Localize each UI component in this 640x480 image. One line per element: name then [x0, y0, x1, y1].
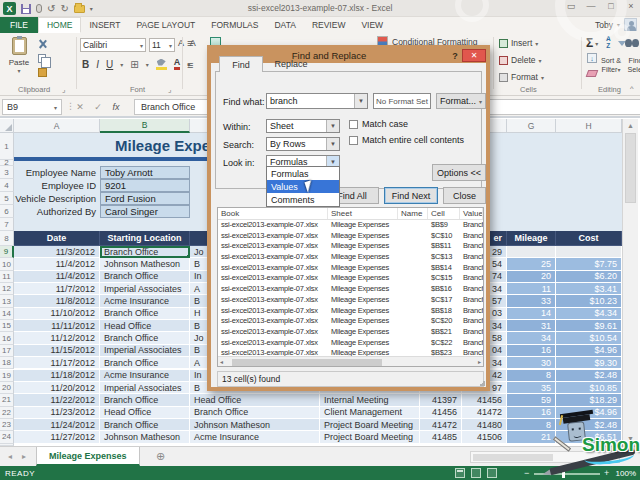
cell-date[interactable]: 11/15/2012	[14, 345, 100, 357]
result-row[interactable]: ssi-excel2013-example-07.xlsxMileage Exp…	[218, 231, 483, 242]
format-button[interactable]: Format... ▾	[436, 93, 486, 109]
sheet-nav-right-icon[interactable]: ▸	[22, 452, 26, 461]
autosum-button[interactable]: Σ ▾	[586, 36, 598, 50]
match-entire-checkbox[interactable]: Match entire cell contents	[349, 135, 464, 145]
paste-button[interactable]: Paste ▾	[6, 37, 32, 85]
scroll-up-icon[interactable]: ▲	[623, 119, 638, 132]
horizontal-scroll-thumb[interactable]	[473, 454, 553, 461]
cell-start-location[interactable]: Acme Insurance	[100, 370, 190, 382]
result-row[interactable]: ssi-excel2013-example-07.xlsxMileage Exp…	[218, 338, 483, 349]
cell-mileage[interactable]: 11	[507, 283, 556, 295]
minimize-button[interactable]: —	[584, 1, 598, 11]
cell-date[interactable]: 11/3/2012	[14, 246, 100, 258]
row-header-24[interactable]: 24	[0, 431, 14, 443]
close-button[interactable]: ×	[624, 1, 638, 11]
fill-color-icon[interactable]	[156, 59, 167, 70]
scroll-left-icon[interactable]: ◂	[220, 357, 223, 367]
horizontal-scrollbar[interactable]	[470, 451, 620, 463]
row-header-13[interactable]: 13	[0, 295, 14, 307]
italic-button[interactable]: I	[96, 59, 99, 70]
sort-filter-button[interactable]: Sort & Filter▾	[596, 56, 626, 75]
cell-date[interactable]: 11/7/2012	[14, 283, 100, 295]
row-header-22[interactable]: 22	[0, 407, 14, 419]
user-name[interactable]: Toby	[595, 20, 613, 30]
font-size-select[interactable]: 11 ▾	[149, 38, 175, 52]
tab-data[interactable]: DATA	[266, 17, 303, 33]
cell-mileage[interactable]: 14	[507, 308, 556, 320]
options-button[interactable]: Options <<	[432, 164, 486, 181]
result-row[interactable]: ssi-excel2013-example-07.xlsxMileage Exp…	[218, 306, 483, 317]
tab-replace[interactable]: Replace	[265, 56, 317, 72]
result-row[interactable]: ssi-excel2013-example-07.xlsxMileage Exp…	[218, 273, 483, 284]
cell-start-location[interactable]: Johnson Matheson	[100, 431, 190, 443]
row-header-19[interactable]: 19	[0, 370, 14, 382]
close-dialog-button[interactable]: Close	[443, 187, 486, 204]
cell-start-location[interactable]: Acme Insurance	[100, 295, 190, 307]
cell-date[interactable]: 11/4/2012	[14, 271, 100, 283]
cell-mileage[interactable]: 33	[507, 295, 556, 307]
cell-purpose[interactable]: Internal Meeting	[320, 394, 420, 406]
cell-date[interactable]: 11/4/2012	[14, 258, 100, 270]
cell-end-odometer[interactable]: 41480	[462, 419, 507, 431]
result-row[interactable]: ssi-excel2013-example-07.xlsxMileage Exp…	[218, 316, 483, 327]
underline-dropdown-icon[interactable]: ▾	[120, 61, 123, 68]
copy-icon[interactable]	[38, 54, 46, 63]
cell-date[interactable]: 11/17/2012	[14, 357, 100, 369]
cell-start-location[interactable]: Branch Office	[100, 394, 190, 406]
normal-view-icon[interactable]	[455, 468, 465, 478]
bold-button[interactable]: B	[82, 59, 89, 70]
tab-review[interactable]: REVIEW	[304, 17, 354, 33]
cell-mileage[interactable]: 20	[507, 271, 556, 283]
font-name-select[interactable]: Calibri ▾	[80, 38, 146, 52]
column-header-h[interactable]: H	[556, 119, 622, 133]
table-header-g[interactable]: Mileage	[507, 231, 556, 246]
column-header-b[interactable]: B	[100, 119, 190, 133]
cell-mileage[interactable]	[507, 246, 556, 258]
cell-mileage[interactable]: 25	[507, 258, 556, 270]
cell-date[interactable]: 11/8/2012	[14, 295, 100, 307]
table-header-h[interactable]: Cost	[556, 231, 622, 246]
cell-mileage[interactable]: 31	[507, 320, 556, 332]
cell-start-location[interactable]: Imperial Associates	[100, 345, 190, 357]
find-what-combobox[interactable]: branch ▼	[266, 93, 368, 109]
result-row[interactable]: ssi-excel2013-example-07.xlsxMileage Exp…	[218, 295, 483, 306]
cell-mileage[interactable]: 21	[507, 431, 556, 443]
cell-cost[interactable]: $2.48	[556, 419, 622, 431]
cell-mileage[interactable]: 59	[507, 394, 556, 406]
tab-file[interactable]: FILE	[0, 17, 38, 33]
within-combobox[interactable]: Sheet ▼	[266, 119, 340, 133]
row-header-18[interactable]: 18	[0, 357, 14, 369]
results-header-cell[interactable]: Cell	[428, 208, 460, 219]
cell-start-location[interactable]: Head Office	[100, 407, 190, 419]
cell-cost[interactable]: $9.30	[556, 357, 622, 369]
info-value-cell[interactable]: Carol Singer	[100, 205, 190, 218]
cell-cost[interactable]: $9.61	[556, 320, 622, 332]
tab-insert[interactable]: INSERT	[81, 17, 128, 33]
table-header-a[interactable]: Date	[14, 231, 100, 246]
row-header-21[interactable]: 21	[0, 394, 14, 406]
cell-start-location[interactable]: Branch Office	[100, 271, 190, 283]
cell-start-location[interactable]: Branch Office	[100, 308, 190, 320]
cell-start-location[interactable]: Johnson Matheson	[100, 258, 190, 270]
row-header-10[interactable]: 10	[0, 258, 14, 270]
info-value-cell[interactable]: Toby Arnott	[100, 166, 190, 179]
vertical-scrollbar[interactable]: ▲ ▼	[622, 119, 638, 446]
result-row[interactable]: ssi-excel2013-example-07.xlsxMileage Exp…	[218, 241, 483, 252]
cell-start-location[interactable]: Imperial Associates	[100, 283, 190, 295]
cell-date[interactable]: 11/22/2012	[14, 394, 100, 406]
cell-cost[interactable]: $4.96	[556, 345, 622, 357]
row-header-16[interactable]: 16	[0, 332, 14, 344]
row-header-1[interactable]: 1	[0, 133, 14, 160]
clipboard-launcher-icon[interactable]: ⌟	[62, 85, 66, 94]
page-layout-view-icon[interactable]	[471, 468, 481, 478]
row-header-6[interactable]: 6	[0, 205, 14, 218]
scroll-right-icon[interactable]: ▸	[478, 357, 481, 367]
cell-start-odometer[interactable]: 41472	[420, 419, 462, 431]
cell-cost[interactable]: $10.85	[556, 382, 622, 394]
align-left-icon[interactable]: ≡	[187, 59, 193, 71]
user-avatar[interactable]	[624, 18, 637, 31]
format-painter-icon[interactable]	[38, 68, 47, 77]
confirm-entry-icon[interactable]: ✓	[90, 99, 106, 115]
zoom-level[interactable]: 100%	[616, 469, 636, 478]
user-dropdown-icon[interactable]: ▾	[617, 21, 620, 28]
